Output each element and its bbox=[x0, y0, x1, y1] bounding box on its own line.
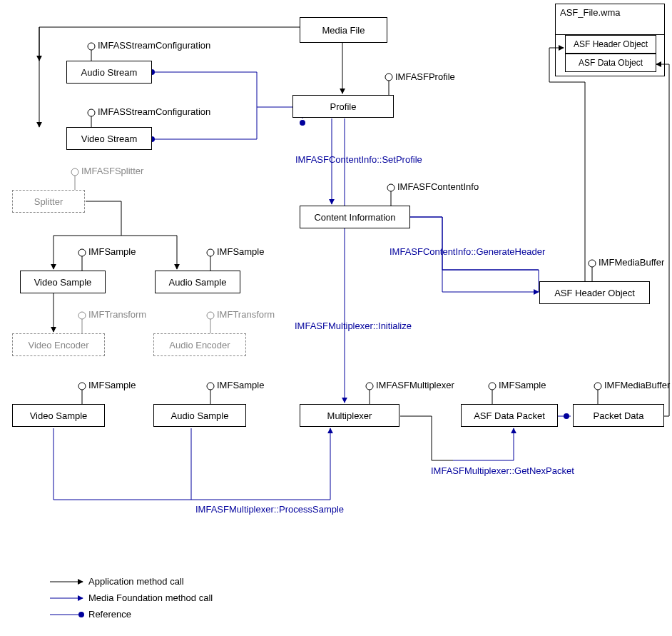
svg-point-53 bbox=[564, 413, 569, 419]
svg-point-11 bbox=[78, 249, 86, 256]
splitter-label: Splitter bbox=[34, 196, 63, 207]
audio-stream-label: Audio Stream bbox=[81, 67, 138, 78]
video-encoder-box: Video Encoder bbox=[12, 333, 105, 356]
mux-get-next-packet-call-label: IMFASFMultiplexer::GetNexPacket bbox=[431, 465, 574, 476]
audio-sample1-interface-label: IMFSample bbox=[217, 246, 264, 257]
multiplexer-box: Multiplexer bbox=[300, 404, 399, 427]
legend-mf-call-label: Media Foundation method call bbox=[88, 592, 213, 603]
asf-file-title-label: ASF_File.wma bbox=[560, 7, 621, 18]
svg-point-5 bbox=[385, 74, 392, 81]
asf-file-data-row-label: ASF Data Object bbox=[579, 58, 643, 68]
media-file-label: Media File bbox=[322, 25, 365, 36]
set-profile-call-label: IMFASFContentInfo::SetProfile bbox=[295, 154, 422, 165]
asf-file-title-box: ASF_File.wma bbox=[555, 4, 665, 35]
mux-process-sample-call-label: IMFASFMultiplexer::ProcessSample bbox=[195, 504, 344, 515]
legend-app-call: Application method call bbox=[88, 576, 184, 587]
svg-point-57 bbox=[78, 612, 84, 617]
asf-header-object-interface-label: IMFMediaBuffer bbox=[599, 257, 664, 268]
audio-sample2-label: Audio Sample bbox=[171, 410, 229, 421]
mux-initialize-call-label: IMFASFMultiplexer::Initialize bbox=[295, 320, 412, 331]
asf-data-packet-interface-label: IMFSample bbox=[499, 380, 546, 390]
legend-reference-label: Reference bbox=[88, 609, 131, 620]
audio-encoder-interface-label: IMFTransform bbox=[217, 309, 275, 320]
svg-point-29 bbox=[589, 260, 596, 267]
video-stream-interface-label: IMFASStreamConfiguration bbox=[98, 106, 210, 117]
video-encoder-label: Video Encoder bbox=[28, 340, 88, 350]
audio-sample2-box: Audio Sample bbox=[153, 404, 246, 427]
audio-sample2-interface-label: IMFSample bbox=[217, 380, 264, 390]
svg-point-17 bbox=[207, 312, 214, 319]
packet-data-box: Packet Data bbox=[573, 404, 664, 427]
asf-file-header-row: ASF Header Object bbox=[565, 35, 656, 54]
audio-sample1-box: Audio Sample bbox=[155, 271, 240, 293]
multiplexer-label: Multiplexer bbox=[327, 410, 372, 421]
legend-reference: Reference bbox=[88, 609, 131, 620]
asf-header-object-label: ASF Header Object bbox=[554, 288, 635, 298]
svg-point-15 bbox=[78, 312, 86, 319]
video-sample1-label: Video Sample bbox=[34, 277, 92, 288]
video-sample2-box: Video Sample bbox=[12, 404, 105, 427]
video-sample2-interface-label: IMFSample bbox=[88, 380, 136, 390]
audio-encoder-box: Audio Encoder bbox=[153, 333, 246, 356]
video-encoder-interface-label: IMFTransform bbox=[88, 309, 146, 320]
audio-stream-box: Audio Stream bbox=[66, 61, 152, 84]
content-info-interface-label: IMFASFContentInfo bbox=[397, 181, 479, 192]
media-file-box: Media File bbox=[300, 17, 387, 43]
splitter-interface-label: IMFASFSplitter bbox=[81, 166, 143, 176]
svg-point-7 bbox=[71, 168, 78, 176]
profile-interface-label: IMFASFProfile bbox=[395, 71, 455, 82]
asf-header-object-box: ASF Header Object bbox=[539, 281, 650, 304]
legend-mf-call: Media Foundation method call bbox=[88, 592, 213, 603]
video-sample1-box: Video Sample bbox=[20, 271, 106, 293]
svg-point-3 bbox=[88, 109, 95, 116]
asf-data-packet-box: ASF Data Packet bbox=[461, 404, 558, 427]
svg-point-25 bbox=[489, 383, 496, 390]
svg-point-21 bbox=[207, 383, 214, 390]
audio-stream-interface-label: IMFASStreamConfiguration bbox=[98, 40, 210, 51]
svg-point-1 bbox=[88, 43, 95, 50]
video-sample2-label: Video Sample bbox=[30, 410, 88, 421]
splitter-box: Splitter bbox=[12, 190, 85, 213]
video-stream-box: Video Stream bbox=[66, 127, 152, 150]
content-info-label: Content Information bbox=[314, 212, 395, 223]
asf-file-data-row: ASF Data Object bbox=[565, 54, 656, 72]
multiplexer-interface-label: IMFASFMultiplexer bbox=[376, 380, 454, 390]
svg-point-49 bbox=[300, 120, 305, 126]
generate-header-call-label: IMFASFContentInfo::GenerateHeader bbox=[390, 246, 545, 257]
profile-label: Profile bbox=[330, 101, 357, 112]
content-info-box: Content Information bbox=[300, 206, 410, 228]
video-sample1-interface-label: IMFSample bbox=[88, 246, 136, 257]
packet-data-interface-label: IMFMediaBuffer bbox=[604, 380, 670, 390]
audio-encoder-label: Audio Encoder bbox=[169, 340, 230, 350]
profile-box: Profile bbox=[292, 95, 394, 118]
packet-data-label: Packet Data bbox=[594, 410, 644, 421]
asf-file-header-row-label: ASF Header Object bbox=[574, 39, 648, 49]
video-stream-label: Video Stream bbox=[81, 133, 138, 144]
audio-sample1-label: Audio Sample bbox=[169, 277, 227, 288]
svg-point-13 bbox=[207, 249, 214, 256]
svg-point-27 bbox=[594, 383, 601, 390]
legend-app-call-label: Application method call bbox=[88, 576, 184, 587]
svg-point-23 bbox=[366, 383, 373, 390]
asf-data-packet-label: ASF Data Packet bbox=[474, 410, 545, 421]
svg-point-9 bbox=[387, 184, 394, 191]
svg-point-19 bbox=[78, 383, 86, 390]
